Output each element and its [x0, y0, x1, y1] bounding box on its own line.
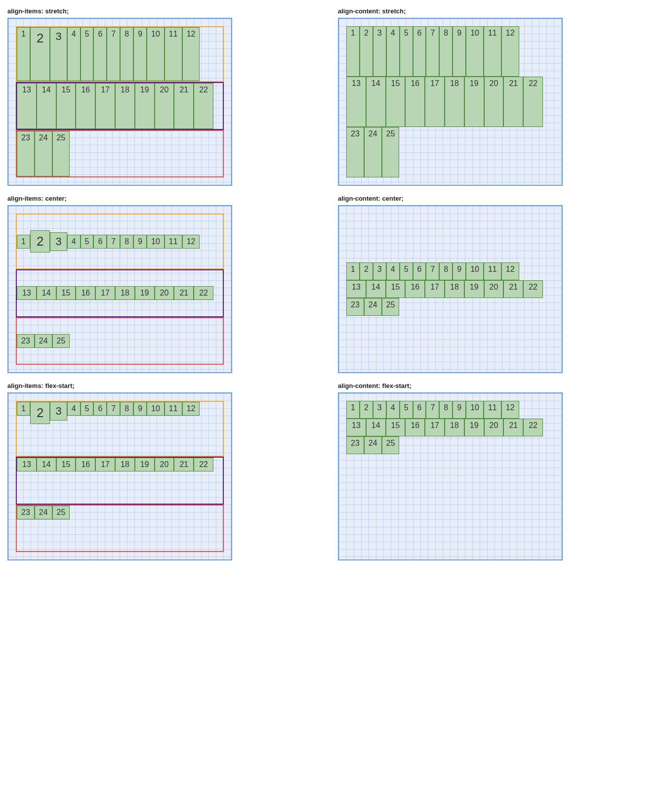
flex-item: 22	[523, 77, 543, 127]
flex-item: 7	[426, 262, 439, 280]
flex-item: 3	[373, 26, 386, 77]
flex-item: 14	[366, 280, 386, 298]
flex-line-3: 23 24 25	[16, 317, 224, 365]
flex-item: 12	[182, 402, 200, 416]
flex-item: 2	[30, 230, 50, 253]
flex-item: 23	[17, 131, 35, 176]
flex-item: 19	[135, 83, 155, 128]
flex-item: 21	[174, 83, 194, 128]
flex-item: 24	[364, 127, 382, 177]
flex-item: 11	[484, 262, 501, 280]
flex-line-1: 1 2 3 4 5 6 7 8 9 10 11 12	[346, 262, 554, 280]
flex-item: 11	[484, 401, 501, 419]
flex-item: 16	[76, 458, 95, 471]
cell-ac-center: align-content: center; 1 2 3 4 5 6 7 8 9…	[338, 195, 654, 373]
flex-item: 25	[382, 127, 400, 177]
flex-item: 25	[52, 506, 70, 519]
flex-line-2: 13 14 15 16 17 18 19 20 21 22	[346, 280, 554, 298]
cell-ai-flex-start: align-items: flex-start; 1 2 3 4 5 6 7 8…	[7, 382, 323, 560]
flex-ac-flex-start: 1 2 3 4 5 6 7 8 9 10 11 12 13 14 15 16 1…	[338, 392, 563, 560]
flex-item: 22	[523, 419, 543, 436]
flex-item: 19	[135, 458, 155, 471]
flex-item: 7	[107, 235, 120, 249]
flex-item: 6	[413, 26, 426, 77]
flex-item: 2	[360, 26, 373, 77]
flex-item: 5	[81, 402, 94, 416]
flex-item: 16	[405, 77, 425, 127]
flex-item: 1	[346, 401, 360, 419]
flex-item: 9	[133, 27, 147, 81]
flex-item: 11	[484, 26, 501, 77]
cell-ai-center: align-items: center; 1 2 3 4 5 6 7 8 9 1…	[7, 195, 323, 373]
flex-line-2: 13 14 15 16 17 18 19 20 21 22	[16, 269, 224, 317]
flex-item: 5	[81, 27, 94, 81]
flex-item: 3	[373, 262, 386, 280]
flex-line-1: 1 2 3 4 5 6 7 8 9 10 11 12	[16, 401, 224, 457]
flex-item: 20	[155, 286, 174, 300]
flex-item: 6	[93, 27, 107, 81]
cell-ai-stretch: align-items: stretch; 1 2 3 4 5 6 7 8 9 …	[7, 7, 323, 186]
flex-item: 3	[50, 27, 67, 81]
flex-item: 9	[453, 401, 466, 419]
flex-item: 13	[17, 286, 37, 300]
flex-item: 14	[366, 77, 386, 127]
flex-item: 6	[413, 401, 426, 419]
flex-line-1: 1 2 3 4 5 6 7 8 9 10 11 12	[16, 214, 224, 269]
label-ai-stretch: align-items: stretch;	[7, 7, 323, 15]
flex-item: 13	[346, 280, 366, 298]
flex-line-2: 13 14 15 16 17 18 19 20 21 22	[16, 457, 224, 504]
flex-line-3: 23 24 25	[346, 298, 554, 316]
flex-item: 25	[382, 436, 400, 454]
flex-item: 20	[155, 458, 174, 471]
flex-item: 15	[56, 286, 76, 300]
flex-item: 1	[17, 27, 30, 81]
flex-item: 12	[182, 27, 200, 81]
flex-item: 13	[346, 419, 366, 436]
flex-item: 17	[95, 83, 115, 128]
flex-line-3: 23 24 25	[346, 127, 554, 177]
flex-item: 7	[107, 27, 120, 81]
flex-item: 4	[67, 402, 81, 416]
flex-item: 19	[464, 280, 484, 298]
flex-item: 17	[425, 280, 445, 298]
flex-item: 13	[17, 458, 37, 471]
flex-item: 17	[95, 286, 115, 300]
flex-item: 16	[405, 419, 425, 436]
flex-ac-center: 1 2 3 4 5 6 7 8 9 10 11 12 13 14 15 16 1…	[338, 205, 563, 373]
flex-item: 8	[439, 26, 453, 77]
flex-item: 22	[523, 280, 543, 298]
flex-item: 3	[50, 402, 67, 421]
flex-item: 25	[382, 298, 400, 316]
flex-item: 20	[484, 77, 504, 127]
flex-line-2: 13 14 15 16 17 18 19 20 21 22	[346, 77, 554, 127]
flex-item: 12	[182, 235, 200, 249]
flex-item: 9	[133, 402, 147, 416]
flex-item: 1	[17, 235, 30, 249]
flex-item: 5	[400, 401, 413, 419]
flex-line-2: 13 14 15 16 17 18 19 20 21 22	[346, 419, 554, 436]
flex-item: 14	[366, 419, 386, 436]
flex-ai-center: 1 2 3 4 5 6 7 8 9 10 11 12 13 14 15 16 1…	[7, 205, 232, 373]
flex-item: 9	[453, 26, 466, 77]
flex-item: 9	[453, 262, 466, 280]
flex-item: 8	[120, 235, 133, 249]
flex-item: 10	[147, 27, 165, 81]
flex-item: 4	[386, 401, 400, 419]
flex-item: 10	[147, 402, 165, 416]
flex-item: 6	[93, 402, 107, 416]
flex-item: 21	[174, 458, 194, 471]
flex-item: 24	[35, 334, 52, 348]
flex-line-3: 23 24 25	[16, 505, 224, 552]
flex-item: 18	[445, 419, 464, 436]
flex-item: 5	[400, 26, 413, 77]
label-ac-stretch: align-content: stretch;	[338, 7, 654, 15]
label-ai-center: align-items: center;	[7, 195, 323, 202]
flex-item: 5	[81, 235, 94, 249]
flex-item: 7	[107, 402, 120, 416]
flex-item: 11	[165, 235, 182, 249]
flex-item: 23	[346, 298, 364, 316]
flex-item: 12	[501, 401, 519, 419]
flex-item: 22	[194, 458, 213, 471]
label-ac-center: align-content: center;	[338, 195, 654, 202]
flex-item: 17	[425, 77, 445, 127]
